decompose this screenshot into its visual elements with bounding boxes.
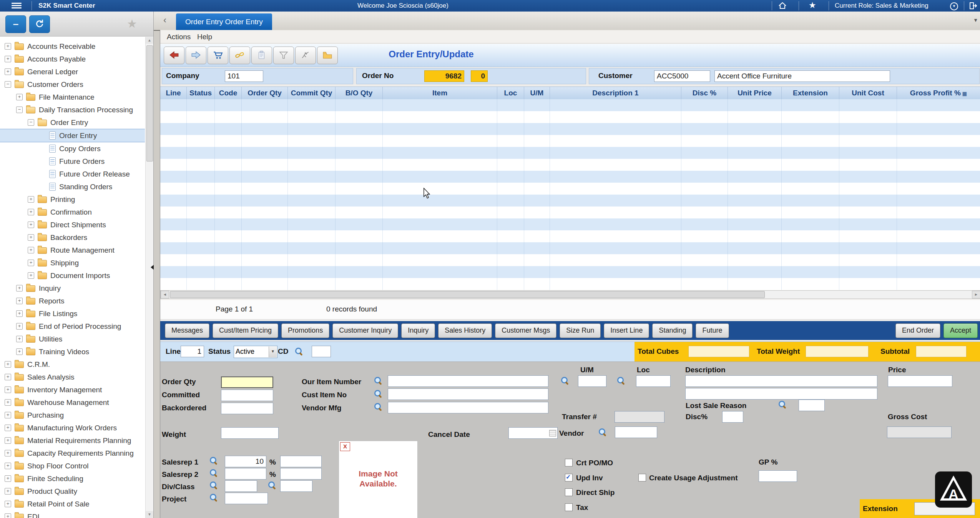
grid-cell[interactable] [497,159,524,171]
grid-cell[interactable] [288,99,336,111]
grid-cell[interactable] [782,218,839,230]
grid-cell[interactable] [897,171,980,183]
expand-icon[interactable]: + [5,412,11,418]
grid-row[interactable] [160,159,980,171]
grid-cell[interactable] [524,254,550,266]
sidebar-minimize-button[interactable]: – [5,15,26,33]
status-select[interactable]: Active ▼ [234,346,277,358]
grid-cell[interactable] [728,230,782,242]
grid-cell[interactable] [497,278,524,290]
hamburger-menu-icon[interactable] [12,3,22,9]
tree-item-manufacturing-work-orders[interactable]: +Manufacturing Work Orders [0,421,145,434]
our-item-search-icon[interactable] [374,376,382,385]
class-field[interactable] [280,480,312,492]
tree-item-purchasing[interactable]: +Purchasing [0,409,145,421]
grid-cell[interactable] [242,147,288,159]
tree-item-daily-transaction-processing[interactable]: −Daily Transaction Processing [0,103,145,116]
expand-icon[interactable]: + [5,450,11,456]
grid-cell[interactable] [497,242,524,254]
grid-cell[interactable] [160,254,187,266]
grid-cell[interactable] [336,99,383,111]
tree-item-printing[interactable]: +Printing [0,193,145,206]
grid-cell[interactable] [215,230,242,242]
tree-item-utilities[interactable]: +Utilities [0,333,145,345]
expand-icon[interactable]: + [5,475,11,482]
tree-item-shop-floor-control[interactable]: +Shop Floor Control [0,460,145,472]
grid-cell[interactable] [383,195,497,207]
grid-cell[interactable] [897,218,980,230]
grid-cell[interactable] [242,123,288,135]
grid-cell[interactable] [897,278,980,290]
tree-item-shipping[interactable]: +Shipping [0,257,145,269]
expand-icon[interactable]: + [5,488,11,495]
lost-sale-reason-field[interactable] [799,400,825,411]
grid-cell[interactable] [242,159,288,171]
column-header-extension[interactable]: Extension [782,87,839,100]
grid-cell[interactable] [782,123,839,135]
grid-cell[interactable] [187,266,215,278]
grid-cell[interactable] [681,218,728,230]
grid-cell[interactable] [782,230,839,242]
grid-cell[interactable] [681,135,728,147]
column-header-status[interactable]: Status [187,87,215,100]
cust-item-no-field[interactable] [388,388,548,400]
grid-cell[interactable] [550,278,681,290]
grid-cell[interactable] [187,171,215,183]
grid-cell[interactable] [728,207,782,218]
div-field[interactable] [225,480,257,492]
grid-cell[interactable] [242,266,288,278]
grid-cell[interactable] [897,242,980,254]
grid-cell[interactable] [681,123,728,135]
tree-item-direct-shipments[interactable]: +Direct Shipments [0,218,145,231]
grid-row[interactable] [160,254,980,266]
grid-cell[interactable] [550,111,681,123]
grid-cell[interactable] [839,266,897,278]
paste-icon[interactable] [251,47,272,64]
grid-cell[interactable] [242,183,288,195]
grid-cell[interactable] [187,230,215,242]
grid-cell[interactable] [497,218,524,230]
lost-sale-search-icon[interactable] [778,400,787,409]
expand-icon[interactable]: + [5,425,11,431]
column-header-gross-profit-[interactable]: Gross Profit %▦ [897,87,980,100]
grid-cell[interactable] [550,147,681,159]
grid-cell[interactable] [242,218,288,230]
grid-cell[interactable] [497,195,524,207]
order-no-field[interactable]: 9682 [424,70,464,82]
salesrep1-percent-field[interactable] [280,456,322,467]
grid-cell[interactable] [728,111,782,123]
grid-cell[interactable] [288,111,336,123]
grid-cell[interactable] [242,242,288,254]
tree-item-training-videos[interactable]: +Training Videos [0,345,145,358]
accept-button[interactable]: Accept [943,323,978,338]
grid-horizontal-scrollbar[interactable]: ◄ ► [160,290,980,299]
grid-cell[interactable] [728,242,782,254]
cust-item-pricing-button[interactable]: Cust/Item Pricing [213,323,278,338]
expand-icon[interactable]: + [5,399,11,406]
grid-cell[interactable] [897,230,980,242]
grid-cell[interactable] [681,254,728,266]
tree-item-future-order-release[interactable]: Future Order Release [0,168,145,180]
grid-cell[interactable] [839,207,897,218]
column-header-line[interactable]: Line [160,87,187,100]
company-field[interactable]: 101 [225,70,263,82]
tree-item-finite-scheduling[interactable]: +Finite Scheduling [0,472,145,485]
grid-cell[interactable] [160,195,187,207]
grid-row[interactable] [160,266,980,278]
grid-cell[interactable] [288,147,336,159]
tree-item-document-imports[interactable]: +Document Imports [0,269,145,282]
tab-overflow-icon[interactable]: ▼ [973,17,978,23]
grid-cell[interactable] [497,99,524,111]
tree-item-product-quality[interactable]: +Product Quality [0,485,145,498]
grid-cell[interactable] [524,111,550,123]
total-weight-field[interactable] [806,346,869,357]
grid-cell[interactable] [383,147,497,159]
grid-cell[interactable] [728,147,782,159]
cd-field[interactable] [312,346,331,357]
grid-cell[interactable] [839,159,897,171]
grid-cell[interactable] [215,183,242,195]
grid-cell[interactable] [550,183,681,195]
grid-cell[interactable] [839,135,897,147]
grid-cell[interactable] [288,171,336,183]
grid-cell[interactable] [383,111,497,123]
